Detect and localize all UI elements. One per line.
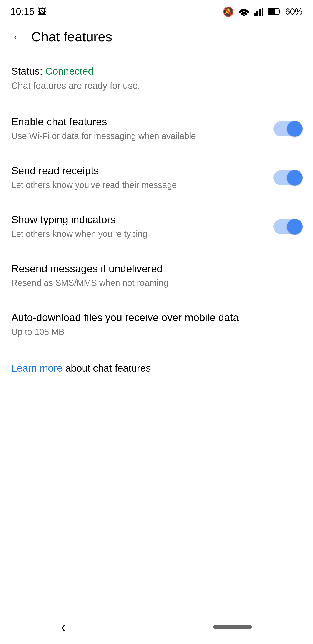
svg-point-0: [243, 14, 245, 16]
svg-rect-4: [262, 8, 264, 16]
setting-item-resend[interactable]: Resend messages if undelivered Resend as…: [0, 251, 313, 300]
status-description: Chat features are ready for use.: [11, 80, 302, 91]
setting-text-resend: Resend messages if undelivered Resend as…: [11, 262, 302, 288]
learn-more-link[interactable]: Learn more: [11, 362, 62, 374]
toggle-enable-chat[interactable]: [274, 121, 302, 136]
app-bar: ← Chat features: [0, 21, 313, 52]
setting-subtitle-resend: Resend as SMS/MMS when not roaming: [11, 277, 293, 288]
svg-rect-7: [269, 9, 275, 14]
setting-item-enable-chat[interactable]: Enable chat features Use Wi-Fi or data f…: [0, 104, 313, 153]
svg-rect-6: [279, 10, 280, 13]
setting-text-read-receipts: Send read receipts Let others know you'v…: [11, 165, 274, 190]
svg-rect-1: [254, 13, 256, 16]
wifi-icon: [238, 7, 250, 16]
back-button[interactable]: ←: [9, 28, 26, 45]
signal-icon: [254, 7, 264, 16]
setting-title-auto-download: Auto-download files you receive over mob…: [11, 312, 293, 324]
setting-title-resend: Resend messages if undelivered: [11, 262, 293, 274]
status-time: 10:15 🖼: [10, 6, 46, 17]
svg-rect-3: [259, 9, 261, 16]
setting-subtitle-auto-download: Up to 105 MB: [11, 326, 293, 338]
learn-more-section: Learn more about chat features: [0, 349, 313, 387]
page-title: Chat features: [31, 29, 112, 44]
setting-title-typing: Show typing indicators: [11, 214, 265, 226]
settings-content: Status: Connected Chat features are read…: [0, 52, 313, 387]
setting-title-read-receipts: Send read receipts: [11, 165, 265, 177]
setting-item-read-receipts[interactable]: Send read receipts Let others know you'v…: [0, 153, 313, 202]
setting-subtitle-typing: Let others know when you're typing: [11, 228, 265, 240]
back-arrow-icon: ←: [12, 30, 23, 43]
photo-icon: 🖼: [38, 7, 46, 16]
status-section: Status: Connected Chat features are read…: [0, 52, 313, 104]
learn-more-text: Learn more about chat features: [11, 362, 151, 374]
setting-text-auto-download: Auto-download files you receive over mob…: [11, 312, 302, 338]
status-icons: 🔕 60%: [223, 6, 303, 17]
setting-subtitle-read-receipts: Let others know you've read their messag…: [11, 179, 265, 190]
notification-muted-icon: 🔕: [223, 6, 234, 17]
status-line: Status: Connected: [11, 65, 302, 77]
setting-item-auto-download[interactable]: Auto-download files you receive over mob…: [0, 300, 313, 349]
svg-rect-2: [257, 11, 258, 16]
setting-subtitle-enable-chat: Use Wi-Fi or data for messaging when ava…: [11, 130, 265, 142]
setting-text-enable-chat: Enable chat features Use Wi-Fi or data f…: [11, 116, 274, 142]
battery-percent: 60%: [285, 7, 303, 16]
nav-back-button[interactable]: ‹: [61, 619, 65, 635]
clock: 10:15: [10, 6, 34, 17]
toggle-thumb-read-receipts: [287, 170, 303, 186]
battery-icon: [268, 8, 281, 16]
learn-more-rest: about chat features: [62, 362, 151, 374]
toggle-read-receipts[interactable]: [274, 170, 302, 185]
status-label: Status:: [11, 66, 42, 77]
home-indicator[interactable]: [213, 625, 252, 628]
setting-text-typing: Show typing indicators Let others know w…: [11, 214, 274, 240]
status-bar: 10:15 🖼 🔕 60%: [0, 0, 313, 21]
status-value: Connected: [45, 66, 94, 77]
toggle-thumb-typing: [287, 219, 303, 234]
toggle-typing[interactable]: [274, 219, 302, 234]
setting-title-enable-chat: Enable chat features: [11, 116, 265, 128]
bottom-nav-bar: ‹: [0, 609, 313, 644]
setting-item-typing[interactable]: Show typing indicators Let others know w…: [0, 202, 313, 251]
toggle-thumb-enable-chat: [287, 121, 303, 137]
